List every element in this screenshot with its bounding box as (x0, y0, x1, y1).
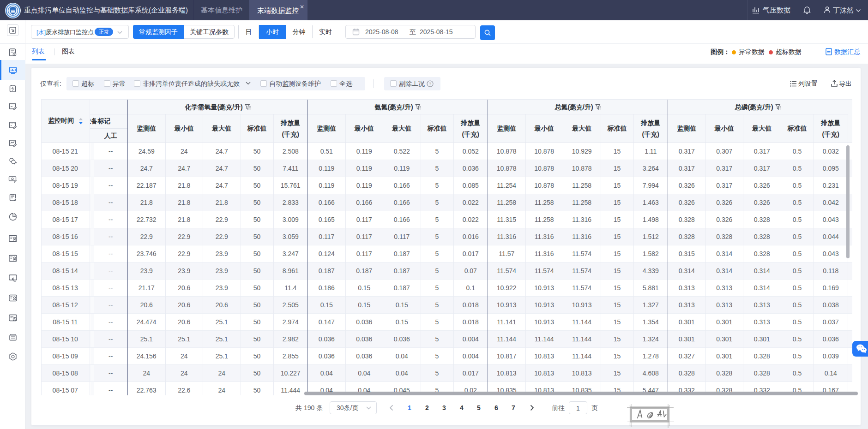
svg-text:?: ? (429, 82, 431, 86)
